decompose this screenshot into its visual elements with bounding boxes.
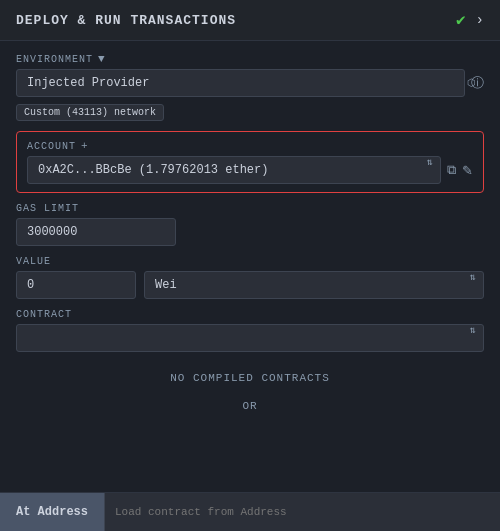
- value-section: VALUE Wei ⇅: [16, 256, 484, 299]
- environment-select-wrapper: Injected Provider ⬡ ⓘ: [16, 69, 484, 97]
- chevron-right-icon[interactable]: ›: [476, 12, 484, 28]
- contract-section: CONTRACT ⇅: [16, 309, 484, 352]
- bottom-bar: At Address: [0, 492, 500, 531]
- value-row: Wei ⇅: [16, 271, 484, 299]
- contract-label: CONTRACT: [16, 309, 484, 320]
- gas-limit-label: GAS LIMIT: [16, 203, 484, 214]
- deploy-panel: DEPLOY & RUN TRANSACTIONS ✔ › ENVIRONMEN…: [0, 0, 500, 531]
- gas-limit-section: GAS LIMIT: [16, 203, 484, 246]
- account-select[interactable]: 0xA2C...BBcBe (1.79762013 ether): [27, 156, 441, 184]
- panel-header: DEPLOY & RUN TRANSACTIONS ✔ ›: [0, 0, 500, 41]
- edit-account-button[interactable]: ✎: [462, 163, 473, 178]
- account-icons: ⧉ ✎: [447, 162, 473, 178]
- check-icon: ✔: [456, 10, 466, 30]
- value-input[interactable]: [16, 271, 136, 299]
- environment-label: ENVIRONMENT ▼: [16, 53, 484, 65]
- load-contract-input[interactable]: [104, 493, 500, 531]
- wei-select[interactable]: Wei: [144, 271, 484, 299]
- network-badge: Custom (43113) network: [16, 104, 164, 121]
- panel-content: ENVIRONMENT ▼ Injected Provider ⬡ ⓘ Cust…: [0, 41, 500, 492]
- or-divider: OR: [16, 400, 484, 412]
- filter-icon: ▼: [98, 53, 106, 65]
- panel-title: DEPLOY & RUN TRANSACTIONS: [16, 13, 236, 28]
- no-contracts-message: NO COMPILED CONTRACTS: [16, 372, 484, 384]
- copy-account-button[interactable]: ⧉: [447, 162, 456, 178]
- account-section: ACCOUNT + 0xA2C...BBcBe (1.79762013 ethe…: [16, 131, 484, 193]
- environment-select[interactable]: Injected Provider: [16, 69, 465, 97]
- account-row: 0xA2C...BBcBe (1.79762013 ether) ⇅ ⧉ ✎: [27, 156, 473, 184]
- contract-select-wrapper: ⇅: [16, 324, 484, 352]
- gas-limit-input[interactable]: [16, 218, 176, 246]
- account-label: ACCOUNT +: [27, 140, 473, 152]
- info-icon[interactable]: ⓘ: [471, 74, 484, 92]
- wei-select-wrapper: Wei ⇅: [144, 271, 484, 299]
- header-icons: ✔ ›: [456, 10, 484, 30]
- at-address-button[interactable]: At Address: [0, 493, 104, 531]
- add-account-icon[interactable]: +: [81, 140, 89, 152]
- value-label: VALUE: [16, 256, 484, 267]
- environment-section: ENVIRONMENT ▼ Injected Provider ⬡ ⓘ Cust…: [16, 53, 484, 121]
- account-select-wrapper: 0xA2C...BBcBe (1.79762013 ether) ⇅: [27, 156, 441, 184]
- contract-select[interactable]: [16, 324, 484, 352]
